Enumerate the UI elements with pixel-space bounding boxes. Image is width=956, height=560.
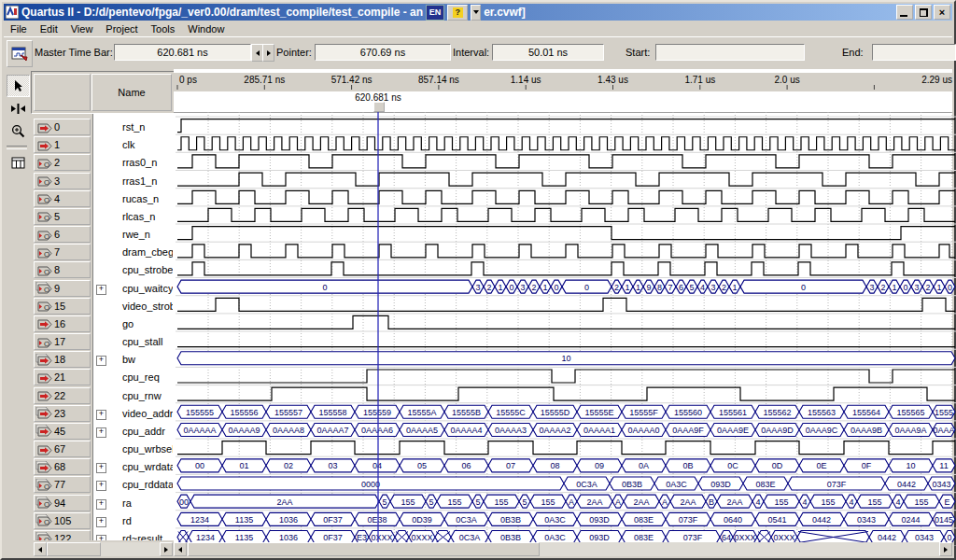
signal-number-button-22[interactable]: 22 [34, 387, 91, 404]
menu-view[interactable]: View [64, 22, 100, 35]
signal-number-button-6[interactable]: O6 [34, 226, 91, 243]
signal-name-rucas_n[interactable]: rucas_n [122, 193, 159, 204]
signal-number-button-1[interactable]: 1 [34, 136, 91, 153]
end-field[interactable] [872, 44, 956, 61]
signal-number-button-3[interactable]: O3 [34, 173, 91, 189]
signal-number-button-77[interactable]: O77 [34, 476, 91, 493]
close-button[interactable]: × [934, 5, 950, 20]
axis-label: 1.14 us [511, 75, 541, 85]
expand-icon[interactable]: + [96, 481, 106, 491]
wave-rwe_n [177, 227, 955, 240]
signal-number-button-18[interactable]: 18 [34, 351, 91, 368]
expand-icon[interactable]: + [96, 463, 106, 473]
expand-icon[interactable]: + [96, 427, 106, 438]
signal-name-rst_n[interactable]: rst_n [122, 121, 145, 133]
signal-name-video_addr[interactable]: video_addr [122, 408, 173, 419]
expand-icon[interactable]: + [96, 356, 106, 366]
names-scroll-thumb[interactable] [47, 542, 101, 556]
select-tool-button[interactable] [7, 75, 30, 97]
signal-number-button-105[interactable]: O105 [34, 512, 91, 529]
signal-number-button-23[interactable]: 23 [34, 405, 91, 422]
menu-tools[interactable]: Tools [145, 22, 182, 35]
menu-file[interactable]: File [4, 22, 34, 35]
time-axis[interactable]: 0 ps285.71 ns571.42 ns857.14 ns1.14 us1.… [174, 72, 952, 92]
signal-name-cpu_req[interactable]: cpu_req [122, 371, 160, 383]
bus-value: 093D [589, 515, 610, 525]
wave-scroll-thumb[interactable] [188, 542, 540, 556]
start-field[interactable] [655, 44, 805, 61]
signal-number-button-5[interactable]: O5 [34, 208, 91, 225]
signal-name-rras0_n[interactable]: rras0_n [122, 157, 157, 168]
waveform-canvas[interactable]: 0321032100211987654321032103210101555551… [174, 112, 956, 546]
signal-number-button-21[interactable]: 21 [34, 369, 91, 385]
bus-value: 2 [486, 283, 491, 292]
language-help-button[interactable]: ? [447, 5, 468, 21]
titlebar[interactable]: Quartus II - D:/d/pentevo/fpga/_ver0.00/… [4, 4, 952, 21]
bus-value: 4 [802, 497, 807, 507]
restore-button[interactable] [915, 5, 932, 20]
signal-name-cpu_waitcyc[interactable]: cpu_waitcyc [122, 283, 173, 294]
signal-name-cpu_wrdata[interactable]: cpu_wrdata [122, 461, 173, 472]
cursor-strip[interactable]: 620.681 ns [174, 91, 952, 113]
zoom-tool-button[interactable] [7, 119, 30, 142]
minimize-button[interactable] [896, 5, 913, 20]
signal-name-cpu_rddata[interactable]: cpu_rddata [122, 479, 173, 490]
full-screen-button[interactable] [7, 151, 30, 174]
bus-value: 1 [625, 283, 629, 292]
signal-name-video_strobe[interactable]: video_strobe [122, 301, 173, 312]
signal-number-button-16[interactable]: 16 [34, 315, 91, 332]
signal-number-button-15[interactable]: O15 [34, 298, 91, 315]
bus-value: 0AAAA0 [627, 426, 659, 435]
signal-name-cpu_addr[interactable]: cpu_addr [122, 426, 165, 437]
wave-scroll-left-button[interactable] [174, 542, 187, 556]
signal-number-button-94[interactable]: O94 [34, 495, 91, 511]
names-hscrollbar[interactable] [34, 542, 173, 556]
language-indicator[interactable]: EN [426, 5, 444, 21]
signal-number-button-2[interactable]: O2 [34, 154, 91, 171]
master-time-right-spin[interactable] [262, 44, 274, 62]
signal-number-button-17[interactable]: O17 [34, 333, 91, 350]
expand-icon[interactable]: + [96, 410, 106, 420]
signal-number-button-4[interactable]: O4 [34, 190, 91, 207]
signal-name-clk[interactable]: clk [122, 139, 134, 150]
master-time-bar-field[interactable]: 620.681 ns [114, 44, 251, 61]
menu-window[interactable]: Window [181, 22, 231, 35]
signal-number-button-0[interactable]: 0 [34, 119, 91, 135]
center-time-bar-button[interactable] [7, 97, 30, 119]
signal-name-dram_cbeg[interactable]: dram_cbeg [122, 246, 173, 258]
signal-name-rwe_n[interactable]: rwe_n [122, 229, 150, 240]
bus-value: 0D [772, 461, 783, 470]
signal-name-rras1_n[interactable]: rras1_n [122, 175, 157, 187]
signal-name-ra[interactable]: ra [122, 497, 132, 509]
out-pin-icon: O [35, 157, 53, 169]
menu-edit[interactable]: Edit [34, 22, 64, 35]
signal-number-button-67[interactable]: 67 [34, 441, 91, 457]
signal-name-cpu_strobe[interactable]: cpu_strobe [122, 264, 173, 275]
expand-icon[interactable]: + [96, 285, 106, 295]
names-scroll-left-button[interactable] [34, 542, 47, 556]
signal-name-go[interactable]: go [122, 318, 134, 329]
language-options-button[interactable] [471, 5, 481, 21]
signal-name-rlcas_n[interactable]: rlcas_n [122, 211, 155, 222]
expand-icon[interactable]: + [96, 499, 106, 510]
wave-scroll-right-button[interactable] [939, 542, 952, 556]
signal-name-cpu_rnw[interactable]: cpu_rnw [122, 390, 162, 401]
signal-number-button-8[interactable]: O8 [34, 261, 91, 278]
signal-name-rd~result[interactable]: rd~result [122, 533, 162, 540]
signal-name-cpu_wrbsel[interactable]: cpu_wrbsel [122, 443, 173, 455]
signal-number-button-45[interactable]: 45 [34, 423, 91, 440]
names-scroll-right-button[interactable] [160, 542, 173, 556]
expand-icon[interactable]: + [96, 535, 106, 540]
signal-number-button-122[interactable]: O122 [34, 530, 91, 540]
signal-name-cpu_stall[interactable]: cpu_stall [122, 336, 162, 347]
wave-hscrollbar[interactable] [174, 542, 952, 556]
signal-number-button-9[interactable]: O9 [34, 280, 91, 297]
expand-icon[interactable]: + [96, 517, 106, 527]
signal-name-rd[interactable]: rd [122, 515, 132, 526]
master-time-cursor-handle[interactable] [373, 102, 385, 112]
signal-number-button-7[interactable]: O7 [34, 244, 91, 260]
signal-name-bw[interactable]: bw [122, 354, 135, 365]
signal-number-button-68[interactable]: 68 [34, 458, 91, 475]
menu-project[interactable]: Project [99, 22, 144, 35]
waveform-editor-button[interactable] [7, 40, 33, 67]
